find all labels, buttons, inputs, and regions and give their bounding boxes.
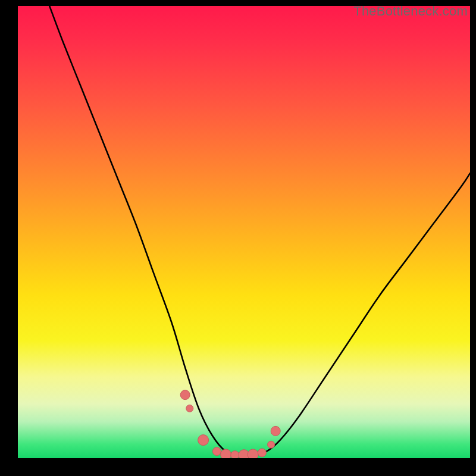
trough-marker (198, 435, 209, 446)
trough-marker (231, 451, 239, 458)
chart-frame: TheBottleneck.com (0, 0, 476, 476)
trough-marker (271, 426, 280, 436)
trough-marker (212, 447, 221, 456)
chart-svg (18, 6, 470, 458)
trough-marker (221, 449, 231, 458)
trough-marker (248, 449, 258, 458)
trough-marker (258, 449, 266, 457)
trough-marker (268, 441, 275, 448)
bottleneck-curve (49, 6, 470, 455)
watermark-text: TheBottleneck.com (353, 4, 468, 19)
trough-marker (180, 390, 190, 400)
plot-area (18, 6, 470, 458)
trough-marker (186, 405, 193, 412)
